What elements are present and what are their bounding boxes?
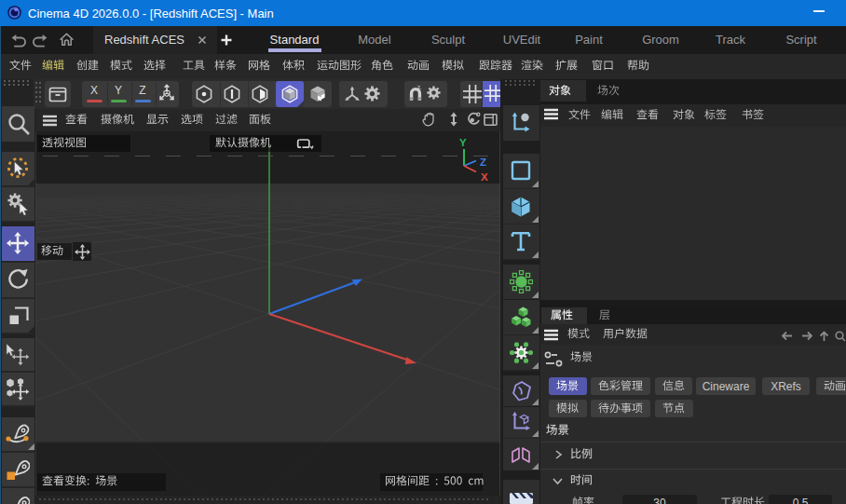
svg-text:Z: Z bbox=[480, 157, 486, 168]
svg-text:X: X bbox=[481, 171, 488, 183]
svg-text:Y: Y bbox=[459, 137, 467, 148]
